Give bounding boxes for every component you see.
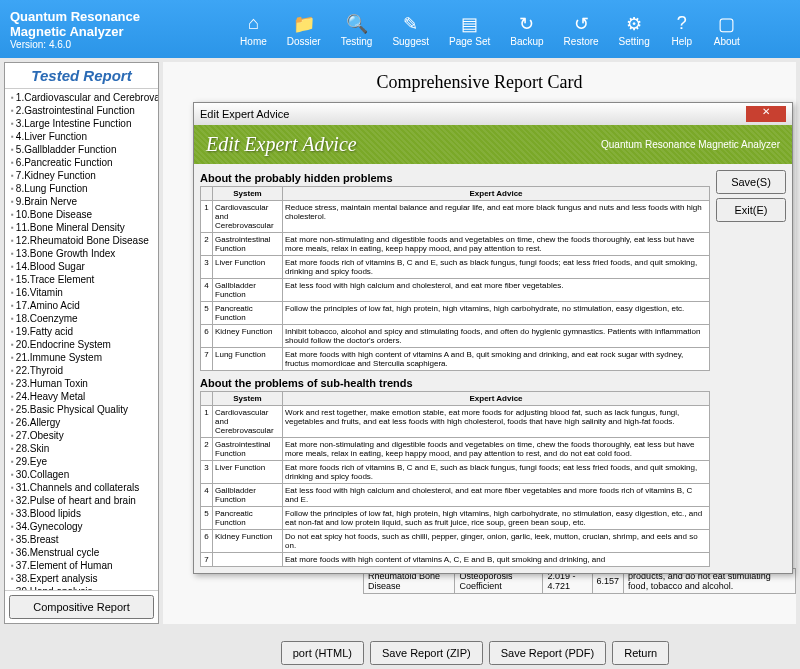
table-row[interactable]: 2Gastrointestinal FunctionEat more non-s…	[201, 438, 710, 461]
save-pdf-button[interactable]: Save Report (PDF)	[489, 641, 607, 665]
help-icon: ?	[670, 12, 694, 36]
sidebar-item[interactable]: 35.Breast	[7, 533, 156, 546]
edit-expert-advice-dialog: Edit Expert Advice ✕ Edit Expert Advice …	[193, 102, 793, 574]
save-html-button[interactable]: port (HTML)	[281, 641, 364, 665]
content-area: Comprehensive Report Card Rheumatoid Bon…	[163, 62, 796, 624]
nav-help[interactable]: ?Help	[664, 10, 700, 49]
nav-about[interactable]: ▢About	[708, 10, 746, 49]
sidebar-item[interactable]: 11.Bone Mineral Density	[7, 221, 156, 234]
sidebar-item[interactable]: 38.Expert analysis	[7, 572, 156, 585]
table-row[interactable]: 3Liver FunctionEat more foods rich of vi…	[201, 461, 710, 484]
sidebar-item[interactable]: 30.Collagen	[7, 468, 156, 481]
nav-testing[interactable]: 🔍Testing	[335, 10, 379, 49]
section-trends-title: About the problems of sub-health trends	[200, 377, 710, 389]
sidebar-item[interactable]: 5.Gallbladder Function	[7, 143, 156, 156]
table-row[interactable]: 6Kidney FunctionInhibit tobacco, alcohol…	[201, 325, 710, 348]
dossier-icon: 📁	[292, 12, 316, 36]
sidebar-item[interactable]: 20.Endocrine System	[7, 338, 156, 351]
sidebar-item[interactable]: 27.Obesity	[7, 429, 156, 442]
sidebar-item[interactable]: 26.Allergy	[7, 416, 156, 429]
nav-setting[interactable]: ⚙Setting	[613, 10, 656, 49]
sidebar-item[interactable]: 10.Bone Disease	[7, 208, 156, 221]
sidebar-item[interactable]: 7.Kidney Function	[7, 169, 156, 182]
return-button[interactable]: Return	[612, 641, 669, 665]
sidebar-item[interactable]: 9.Brain Nerve	[7, 195, 156, 208]
table-row[interactable]: 5Pancreatic FunctionFollow the principle…	[201, 507, 710, 530]
table-row[interactable]: 5Pancreatic FunctionFollow the principle…	[201, 302, 710, 325]
sidebar-item[interactable]: 37.Element of Human	[7, 559, 156, 572]
table-row[interactable]: 7Eat more foods with high content of vit…	[201, 553, 710, 567]
sidebar-item[interactable]: 1.Cardiovascular and Cerebrovasc	[7, 91, 156, 104]
sidebar-item[interactable]: 6.Pancreatic Function	[7, 156, 156, 169]
sidebar-item[interactable]: 4.Liver Function	[7, 130, 156, 143]
table-row[interactable]: 6Kidney FunctionDo not eat spicy hot foo…	[201, 530, 710, 553]
sidebar-list[interactable]: 1.Cardiovascular and Cerebrovasc2.Gastro…	[5, 89, 158, 590]
sidebar-item[interactable]: 18.Coenzyme	[7, 312, 156, 325]
sidebar-item[interactable]: 19.Fatty acid	[7, 325, 156, 338]
save-button[interactable]: Save(S)	[716, 170, 786, 194]
subhealth-trends-table[interactable]: SystemExpert Advice1Cardiovascular and C…	[200, 391, 710, 567]
table-row[interactable]: 1Cardiovascular and CerebrovascularReduc…	[201, 201, 710, 233]
page set-icon: ▤	[458, 12, 482, 36]
sidebar-item[interactable]: 14.Blood Sugar	[7, 260, 156, 273]
sidebar-item[interactable]: 33.Blood lipids	[7, 507, 156, 520]
testing-icon: 🔍	[345, 12, 369, 36]
about-icon: ▢	[715, 12, 739, 36]
table-row[interactable]: 2Gastrointestinal FunctionEat more non-s…	[201, 233, 710, 256]
nav-bar: ⌂Home📁Dossier🔍Testing✎Suggest▤Page Set↻B…	[190, 10, 790, 49]
sidebar-item[interactable]: 13.Bone Growth Index	[7, 247, 156, 260]
sidebar-item[interactable]: 15.Trace Element	[7, 273, 156, 286]
table-row[interactable]: 4Gallbladder FunctionEat less food with …	[201, 279, 710, 302]
app-title-1: Quantum Resonance	[10, 9, 190, 24]
app-logo: Quantum Resonance Magnetic Analyzer Vers…	[10, 9, 190, 50]
setting-icon: ⚙	[622, 12, 646, 36]
save-zip-button[interactable]: Save Report (ZIP)	[370, 641, 483, 665]
nav-home[interactable]: ⌂Home	[234, 10, 273, 49]
sidebar-item[interactable]: 36.Menstrual cycle	[7, 546, 156, 559]
sidebar-item[interactable]: 12.Rheumatoid Bone Disease	[7, 234, 156, 247]
nav-backup[interactable]: ↻Backup	[504, 10, 549, 49]
bottom-bar: port (HTML) Save Report (ZIP) Save Repor…	[160, 641, 790, 665]
table-row[interactable]: 1Cardiovascular and CerebrovascularWork …	[201, 406, 710, 438]
nav-restore[interactable]: ↺Restore	[558, 10, 605, 49]
close-icon[interactable]: ✕	[746, 106, 786, 122]
sidebar-item[interactable]: 2.Gastrointestinal Function	[7, 104, 156, 117]
sidebar-item[interactable]: 23.Human Toxin	[7, 377, 156, 390]
sidebar-item[interactable]: 29.Eye	[7, 455, 156, 468]
sidebar-item[interactable]: 21.Immune System	[7, 351, 156, 364]
sidebar-item[interactable]: 34.Gynecology	[7, 520, 156, 533]
table-row[interactable]: 3Liver FunctionEat more foods rich of vi…	[201, 256, 710, 279]
dialog-header-sub: Quantum Resonance Magnetic Analyzer	[601, 139, 780, 150]
report-title: Comprehensive Report Card	[163, 62, 796, 103]
dialog-window-title: Edit Expert Advice	[200, 108, 746, 120]
sidebar-title: Tested Report	[5, 63, 158, 89]
nav-suggest[interactable]: ✎Suggest	[386, 10, 435, 49]
app-version: Version: 4.6.0	[10, 39, 190, 50]
top-toolbar: Quantum Resonance Magnetic Analyzer Vers…	[0, 0, 800, 58]
sidebar-item[interactable]: 32.Pulse of heart and brain	[7, 494, 156, 507]
sidebar-item[interactable]: 8.Lung Function	[7, 182, 156, 195]
dialog-titlebar[interactable]: Edit Expert Advice ✕	[194, 103, 792, 125]
sidebar-item[interactable]: 24.Heavy Metal	[7, 390, 156, 403]
dialog-header: Edit Expert Advice Quantum Resonance Mag…	[194, 125, 792, 164]
sidebar-item[interactable]: 25.Basic Physical Quality	[7, 403, 156, 416]
exit-button[interactable]: Exit(E)	[716, 198, 786, 222]
tested-report-sidebar: Tested Report 1.Cardiovascular and Cereb…	[4, 62, 159, 624]
sidebar-item[interactable]: 28.Skin	[7, 442, 156, 455]
dialog-header-title: Edit Expert Advice	[206, 133, 357, 156]
hidden-problems-table[interactable]: SystemExpert Advice1Cardiovascular and C…	[200, 186, 710, 371]
section-hidden-title: About the probably hidden problems	[200, 172, 710, 184]
suggest-icon: ✎	[399, 12, 423, 36]
compositive-report-button[interactable]: Compositive Report	[9, 595, 154, 619]
nav-dossier[interactable]: 📁Dossier	[281, 10, 327, 49]
sidebar-item[interactable]: 31.Channels and collaterals	[7, 481, 156, 494]
sidebar-item[interactable]: 22.Thyroid	[7, 364, 156, 377]
table-row[interactable]: 4Gallbladder FunctionEat less food with …	[201, 484, 710, 507]
nav-page set[interactable]: ▤Page Set	[443, 10, 496, 49]
sidebar-item[interactable]: 17.Amino Acid	[7, 299, 156, 312]
app-title-2: Magnetic Analyzer	[10, 24, 190, 39]
sidebar-item[interactable]: 16.Vitamin	[7, 286, 156, 299]
sidebar-item[interactable]: 3.Large Intestine Function	[7, 117, 156, 130]
restore-icon: ↺	[569, 12, 593, 36]
table-row[interactable]: 7Lung FunctionEat more foods with high c…	[201, 348, 710, 371]
